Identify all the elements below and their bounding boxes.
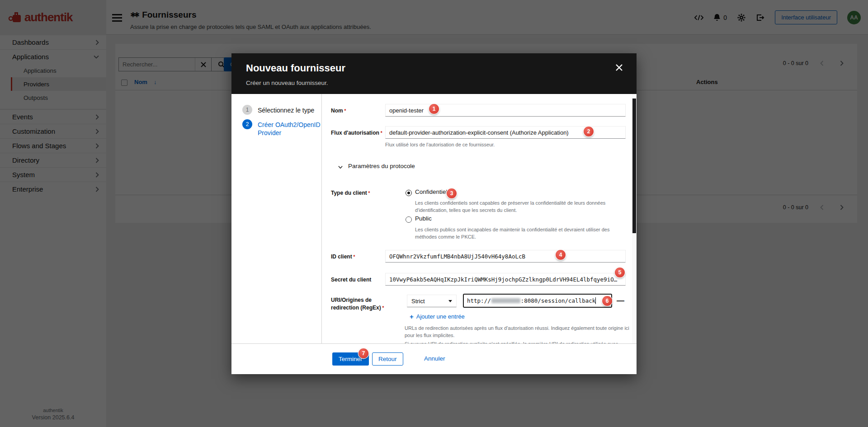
modal-footer: Terminer Retour Annuler (231, 343, 637, 374)
app-root: authentik ✱✱ Fournisseurs Assure la pris… (0, 0, 868, 427)
client-type-label: Type du client (331, 189, 370, 197)
redirect-help-1: URLs de redirection autorisées après un … (405, 324, 631, 339)
new-provider-modal: Nouveau fournisseur Créer un nouveau fou… (231, 53, 637, 374)
step-label: Créer OAuth2/OpenID Provider (258, 119, 321, 137)
plus-icon: + (410, 313, 414, 320)
client-id-input[interactable] (385, 250, 626, 263)
modal-body: 1 Sélectionnez le type 2 Créer OAuth2/Op… (231, 94, 637, 343)
url-prefix: http:// (467, 297, 491, 304)
redirect-uri-input[interactable]: http://:8080/session/callback (463, 294, 612, 308)
modal-scrollbar-thumb[interactable] (632, 99, 636, 233)
client-secret-input[interactable] (385, 273, 626, 286)
annotation-badge-7: 7 (359, 348, 368, 358)
back-button[interactable]: Retour (372, 352, 403, 366)
radio-public[interactable] (406, 216, 412, 223)
close-icon (616, 64, 623, 71)
modal-title: Nouveau fournisseur (246, 62, 622, 74)
caret-down-icon (448, 300, 452, 302)
step-number: 2 (242, 119, 252, 129)
add-entry-label: Ajouter une entrée (416, 313, 465, 320)
flux-label: Flux d'autorisation (331, 129, 382, 137)
redirect-mode-select[interactable]: Strict (407, 295, 457, 307)
step-label: Sélectionnez le type (258, 105, 321, 115)
annotation-badge-4: 4 (556, 250, 566, 260)
radio-confidential-label[interactable]: Confidentiel (415, 188, 447, 195)
modal-header: Nouveau fournisseur Créer un nouveau fou… (231, 53, 637, 94)
nom-label: Nom (331, 107, 346, 115)
radio-public-label[interactable]: Public (415, 215, 432, 222)
redirect-help-2: Si aucune URI de redirection explicite n… (405, 340, 631, 343)
url-suffix: :8080/session/callback (521, 297, 596, 304)
wizard-step-create-oauth2[interactable]: 2 Créer OAuth2/OpenID Provider (242, 119, 321, 137)
annotation-badge-3: 3 (447, 188, 457, 198)
protocol-settings-section[interactable]: Paramètres du protocole (348, 163, 415, 169)
close-modal-button[interactable] (616, 64, 624, 72)
client-secret-label: Secret du client (331, 276, 371, 284)
annotation-badge-5: 5 (615, 267, 625, 277)
client-id-label: ID client (331, 253, 355, 261)
annotation-badge-1: 1 (429, 104, 439, 114)
redirect-uri-label: URI/Origines de redirection (RegEx) (331, 296, 386, 312)
remove-entry-button[interactable]: — (617, 296, 624, 305)
confidential-help: Les clients confidentiels sont capables … (415, 199, 628, 214)
step-number: 1 (242, 105, 252, 115)
wizard-step-select-type[interactable]: 1 Sélectionnez le type (242, 105, 321, 115)
public-help: Les clients publics sont incapables de m… (415, 226, 628, 240)
flux-help: Flux utilisé lors de l'autorisation de c… (385, 141, 495, 148)
add-entry-link[interactable]: + Ajouter une entrée (410, 313, 465, 320)
annotation-badge-2: 2 (584, 127, 594, 136)
radio-confidential[interactable] (406, 190, 412, 196)
nom-input[interactable] (385, 104, 626, 117)
section-collapse-icon[interactable] (338, 165, 343, 169)
modal-subtitle: Créer un nouveau fournisseur. (246, 80, 622, 86)
annotation-badge-6: 6 (602, 296, 612, 306)
cancel-link[interactable]: Annuler (424, 355, 445, 362)
redacted-host (491, 298, 520, 303)
redirect-mode-value: Strict (411, 298, 425, 305)
text-cursor (595, 297, 596, 304)
wizard-steps-nav: 1 Sélectionnez le type 2 Créer OAuth2/Op… (231, 94, 322, 343)
